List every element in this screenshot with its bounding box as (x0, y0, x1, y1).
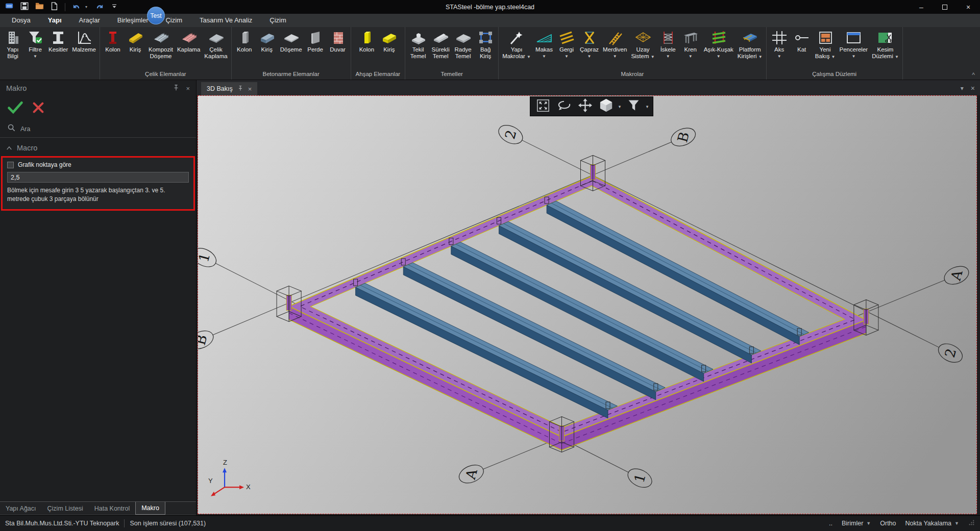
ribbon-collapse-button[interactable]: ^ (972, 71, 975, 79)
ribbon-button-radye-temel[interactable]: RadyeTemel (452, 30, 474, 61)
ribbon-button-kompozit-doseme[interactable]: KompozitDöşeme (146, 30, 175, 61)
ribbon-button-surekli-temel[interactable]: SürekliTemel (429, 30, 452, 61)
ribbon-button-label: Çapraz▼ (580, 46, 599, 61)
tab-pin-icon[interactable] (237, 85, 243, 93)
menu-item-araclar[interactable]: Araçlar (70, 14, 109, 27)
app-button[interactable] (4, 2, 15, 13)
ribbon-button-yeni-bakis[interactable]: YeniBakış ▼ (813, 30, 838, 61)
caret-down-icon[interactable]: ▾ (85, 5, 90, 9)
macro-section-header[interactable]: Macro (0, 138, 196, 155)
quick-access-toolbar: ▾ (0, 2, 120, 13)
redo-button[interactable] (94, 2, 105, 13)
panel-tab-cizim-listesi[interactable]: Çizim Listesi (42, 502, 89, 515)
pin-icon[interactable] (173, 84, 180, 93)
panel-tab-makro[interactable]: Makro (135, 502, 165, 515)
ribbon-button-kat[interactable]: Kat (791, 30, 813, 61)
ribbon-button-iskele[interactable]: İskele▼ (657, 30, 679, 61)
ribbon-button-platform-kirisleri[interactable]: PlatformKirişleri ▼ (736, 30, 765, 61)
kesitler-icon (50, 30, 67, 45)
kaplama-icon (180, 30, 198, 45)
ribbon-button-label: Kolon (359, 46, 374, 61)
ribbon-button-kolon-ahsap[interactable]: Kolon (355, 30, 378, 61)
tabbar-close-icon[interactable]: × (971, 84, 975, 92)
search-icon (7, 123, 16, 134)
ribbon-button-yapi-bilgi[interactable]: YapıBilgi (2, 30, 24, 61)
ribbon-button-kesim-duzlemi[interactable]: KesimDüzlemi ▼ (870, 30, 901, 61)
ribbon-button-perde[interactable]: Perde (304, 30, 327, 61)
graphic-point-option[interactable]: Grafik noktaya göre (7, 161, 189, 168)
ribbon-button-uzay-sistem[interactable]: UzaySistem ▼ (629, 30, 656, 61)
units-dropdown[interactable]: Birimler▼ (839, 520, 874, 527)
bag-kiris-icon (477, 30, 494, 45)
menu-item-cizim-2[interactable]: Çizim (261, 14, 295, 27)
distance-input[interactable] (7, 172, 189, 183)
vp-orbit-button[interactable] (554, 98, 574, 115)
overflow-dots[interactable]: .. (826, 520, 836, 527)
ribbon-button-label: İskele▼ (660, 46, 676, 61)
undo-button[interactable] (70, 2, 82, 13)
ribbon-button-pencereler[interactable]: Pencereler▼ (838, 30, 870, 61)
ribbon-button-label: Merdiven▼ (603, 46, 627, 61)
ribbon-button-kiris-beton[interactable]: Kiriş (256, 30, 278, 61)
ribbon-button-kesitler[interactable]: Kesitler (46, 30, 70, 61)
ribbon-button-asik-kusak[interactable]: Aşık-Kuşak▼ (702, 30, 736, 61)
search-input[interactable] (20, 125, 163, 133)
viewport-canvas[interactable]: 2B1BA1A2ZXY (198, 96, 976, 514)
cancel-button[interactable] (32, 101, 45, 116)
menu-item-yapi[interactable]: Yapı (39, 14, 70, 27)
ribbon-button-aks[interactable]: Aks▼ (768, 30, 791, 61)
ribbon-button-celik-kaplama[interactable]: ÇelikKaplama (202, 30, 229, 61)
customize-button[interactable] (109, 2, 120, 13)
graphic-point-checkbox[interactable] (7, 162, 14, 168)
save-button[interactable] (19, 2, 30, 13)
makas-icon (535, 30, 553, 45)
kiris-ahsap-icon (380, 30, 398, 45)
panel-tab-yapi-agaci[interactable]: Yapı Ağacı (0, 502, 42, 515)
apply-button[interactable] (7, 100, 23, 116)
vp-view-filter-button[interactable] (623, 98, 644, 115)
close-button[interactable]: × (957, 0, 980, 14)
caret-down-icon[interactable]: ▾ (644, 104, 650, 109)
ribbon-button-kolon-celik[interactable]: Kolon (102, 30, 124, 61)
tab-close-icon[interactable]: × (248, 85, 252, 93)
ribbon-button-bag-kiris[interactable]: BağKiriş (474, 30, 497, 61)
vp-view-cube-button[interactable] (596, 98, 616, 115)
panel-close-icon[interactable]: × (186, 85, 190, 92)
menu-item-dosya[interactable]: Dosya (3, 14, 39, 27)
ribbon-button-label: YeniBakış ▼ (815, 46, 836, 61)
new-file-button[interactable] (48, 2, 60, 13)
open-folder-button[interactable] (34, 2, 45, 13)
ribbon-button-kolon-beton[interactable]: Kolon (233, 30, 256, 61)
surekli-temel-icon (432, 30, 449, 45)
ribbon-button-label: Filtre▼ (29, 46, 42, 61)
vp-fit-view-button[interactable] (533, 98, 553, 115)
panel-tab-hata-kontrol[interactable]: Hata Kontrol (89, 502, 135, 515)
resize-grip[interactable] (968, 519, 975, 527)
tab-list-caret-icon[interactable]: ▾ (961, 85, 964, 92)
maximize-button[interactable] (933, 0, 957, 14)
ribbon-button-duvar[interactable]: Duvar (327, 30, 349, 61)
ribbon-button-merdiven[interactable]: Merdiven▼ (601, 30, 629, 61)
ribbon-button-makas[interactable]: Makas▼ (533, 30, 555, 61)
tab-3d-view[interactable]: 3D Bakış × (201, 82, 257, 95)
ribbon-button-gergi[interactable]: Gergi▼ (555, 30, 578, 61)
ribbon-button-capraz[interactable]: Çapraz▼ (578, 30, 601, 61)
ribbon-button-kiris-celik[interactable]: Kiriş (124, 30, 146, 61)
vp-pan-button[interactable] (575, 98, 595, 115)
ribbon-button-kaplama[interactable]: Kaplama (175, 30, 202, 61)
caret-down-icon[interactable]: ▾ (617, 104, 623, 109)
ribbon-button-malzeme[interactable]: Malzeme (70, 30, 98, 61)
yapi-makrolar-icon (508, 30, 525, 45)
menubar: Test DosyaYapıAraçlarBirleşimlerÇizimTas… (0, 14, 980, 27)
ribbon-button-tekil-temel[interactable]: TekilTemel (407, 30, 429, 61)
minimize-button[interactable]: – (910, 0, 933, 14)
ribbon-button-kiris-ahsap[interactable]: Kiriş (378, 30, 400, 61)
caret-down-icon: ▼ (954, 521, 959, 526)
ribbon-button-doseme[interactable]: Döşeme (278, 30, 304, 61)
ribbon-button-kren[interactable]: Kren▼ (679, 30, 702, 61)
ortho-toggle[interactable]: Ortho (877, 520, 899, 527)
ribbon-button-yapi-makrolar[interactable]: YapıMakrolar ▼ (500, 30, 533, 61)
menu-item-tasarim-ve-analiz[interactable]: Tasarım Ve Analiz (191, 14, 261, 27)
snap-dropdown[interactable]: Nokta Yakalama▼ (902, 520, 962, 527)
ribbon-button-filtre[interactable]: Filtre▼ (24, 30, 46, 61)
